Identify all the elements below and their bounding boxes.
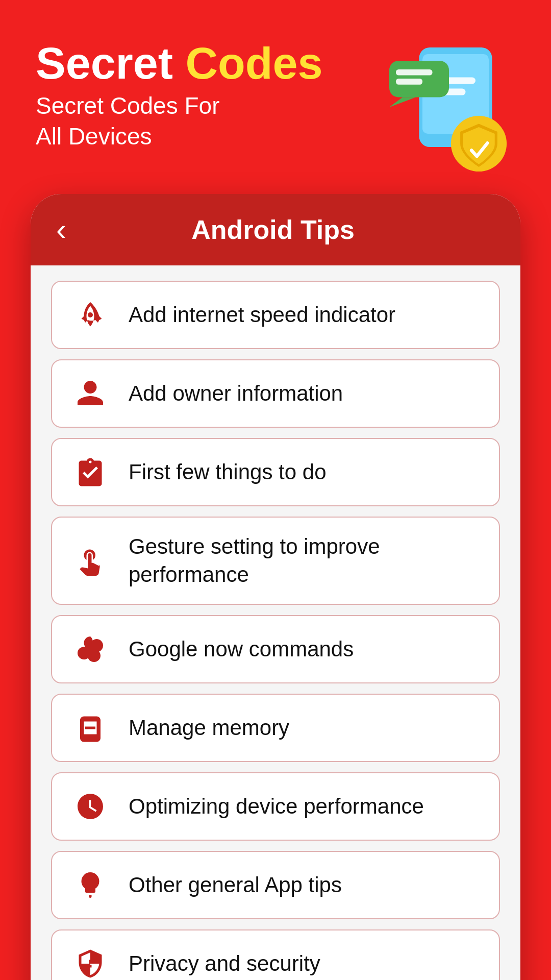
four-leaf-icon <box>72 631 108 667</box>
list-item-label-google-now: Google now commands <box>129 635 354 664</box>
toolbar: ‹ Android Tips <box>31 194 520 265</box>
phone-card: ‹ Android Tips Add internet speed indica… <box>31 194 520 980</box>
app-icon-illustration <box>383 41 515 174</box>
list-item-first-things[interactable]: First few things to do <box>51 438 500 506</box>
shield-lock-icon <box>72 946 108 980</box>
menu-list: Add internet speed indicatorAdd owner in… <box>31 265 520 980</box>
list-item-label-manage-memory: Manage memory <box>129 714 289 742</box>
list-item-privacy[interactable]: Privacy and security <box>51 929 500 980</box>
speedometer-icon <box>72 789 108 824</box>
header-text: Secret Codes Secret Codes ForAll Devices <box>36 41 322 152</box>
list-item-label-gesture-setting: Gesture setting to improve performance <box>129 533 479 589</box>
memory-icon <box>72 710 108 746</box>
svg-rect-6 <box>396 79 422 85</box>
touch-icon <box>72 543 108 579</box>
list-item-owner-info[interactable]: Add owner information <box>51 359 500 428</box>
page-background: Secret Codes Secret Codes ForAll Devices <box>0 0 551 980</box>
list-item-label-privacy: Privacy and security <box>129 950 320 978</box>
back-button[interactable]: ‹ <box>56 214 66 245</box>
list-item-label-owner-info: Add owner information <box>129 380 343 408</box>
svg-rect-5 <box>396 69 433 76</box>
list-item-label-general-tips: Other general App tips <box>129 871 342 899</box>
list-item-gesture-setting[interactable]: Gesture setting to improve performance <box>51 517 500 605</box>
checklist-icon <box>72 454 108 490</box>
bulb-icon <box>72 867 108 903</box>
title-plain: Secret <box>36 38 186 88</box>
rocket-icon <box>72 297 108 333</box>
list-item-google-now[interactable]: Google now commands <box>51 615 500 683</box>
person-icon <box>72 376 108 411</box>
title-accent: Codes <box>186 38 323 88</box>
app-subtitle: Secret Codes ForAll Devices <box>36 91 322 152</box>
header-section: Secret Codes Secret Codes ForAll Devices <box>0 0 551 194</box>
app-title: Secret Codes <box>36 41 322 86</box>
list-item-label-optimizing: Optimizing device performance <box>129 793 424 821</box>
list-item-label-first-things: First few things to do <box>129 458 327 486</box>
toolbar-title: Android Tips <box>82 214 464 245</box>
list-item-general-tips[interactable]: Other general App tips <box>51 851 500 919</box>
list-item-label-internet-speed: Add internet speed indicator <box>129 301 395 329</box>
list-item-optimizing[interactable]: Optimizing device performance <box>51 772 500 841</box>
svg-marker-7 <box>389 97 416 108</box>
list-item-manage-memory[interactable]: Manage memory <box>51 694 500 762</box>
list-item-internet-speed[interactable]: Add internet speed indicator <box>51 281 500 349</box>
